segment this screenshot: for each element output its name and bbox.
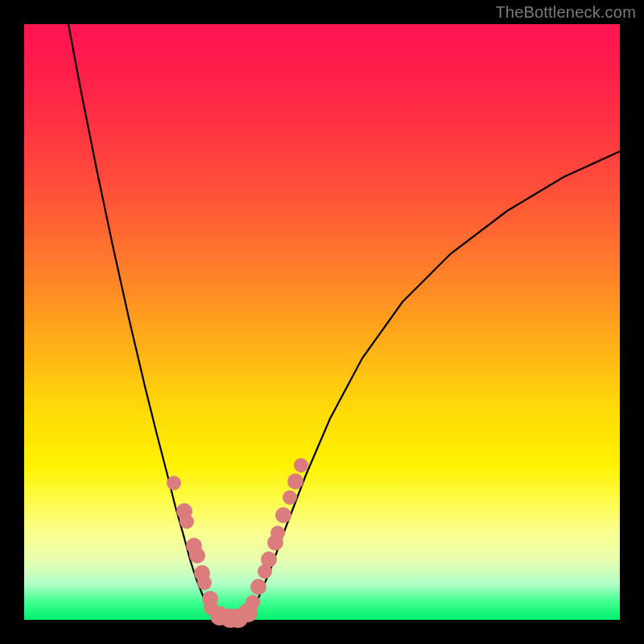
data-point bbox=[246, 595, 260, 609]
chart-stage: TheBottleneck.com bbox=[0, 0, 644, 644]
data-point bbox=[287, 473, 303, 489]
data-point bbox=[167, 476, 181, 490]
data-point bbox=[189, 547, 205, 564]
data-point bbox=[283, 490, 297, 505]
data-point bbox=[270, 526, 285, 540]
plot-overlay bbox=[24, 24, 620, 620]
data-point bbox=[294, 458, 308, 473]
data-point bbox=[261, 551, 277, 568]
bottleneck-curve bbox=[68, 24, 620, 620]
watermark-text: TheBottleneck.com bbox=[495, 3, 636, 22]
curve-group bbox=[68, 24, 620, 620]
data-point bbox=[275, 507, 291, 523]
data-point bbox=[250, 579, 266, 595]
data-point bbox=[180, 514, 194, 529]
data-point bbox=[197, 576, 212, 590]
marker-group bbox=[167, 458, 308, 628]
